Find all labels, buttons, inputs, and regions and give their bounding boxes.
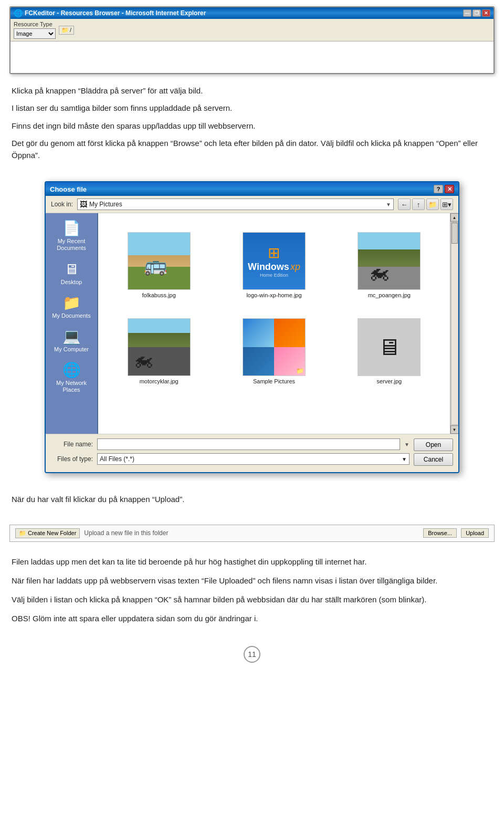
create-folder-label: Create New Folder	[28, 530, 76, 536]
file-thumb-folkabuss	[128, 232, 191, 290]
page-number: 11	[248, 650, 256, 659]
sample-q3	[243, 347, 274, 375]
scrollbar-up-button[interactable]: ▲	[450, 213, 459, 222]
files-of-type-value: All Files (*.*)	[100, 455, 134, 463]
file-name-row: File name: ▼	[51, 438, 410, 450]
my-computer-icon: 💻	[62, 328, 81, 345]
folder-path-button[interactable]: 📁 /	[59, 26, 74, 35]
nav-view-button[interactable]: ⊞▾	[440, 199, 453, 210]
sample-q4	[274, 347, 305, 375]
scrollbar-thumb[interactable]	[452, 223, 458, 244]
intro-text-section: Klicka på knappen “Bläddra på server” fö…	[0, 74, 504, 172]
create-folder-button[interactable]: 📁 Create New Folder	[15, 528, 80, 538]
restore-button[interactable]: ❐	[472, 9, 481, 17]
dialog-action-buttons: Open Cancel	[414, 438, 453, 466]
intro-p4-5: Det gör du genom att först klicka på kna…	[12, 137, 492, 162]
look-in-label: Look in:	[51, 201, 73, 208]
dialog-scrollbar[interactable]: ▲ ▼	[450, 213, 458, 434]
scrollbar-down-button[interactable]: ▼	[450, 425, 459, 434]
bottom-text-section: Filen laddas upp men det kan ta lite tid…	[0, 550, 504, 640]
create-folder-icon: 📁	[19, 530, 26, 537]
dialog-close-button[interactable]: ✕	[445, 185, 454, 193]
page-number-section: 11	[0, 646, 504, 663]
bottom-p3: Välj bilden i listan och klicka på knapp…	[12, 593, 492, 606]
windows-logo-icon: ⊞	[268, 244, 280, 262]
nav-item-desktop-label: Desktop	[61, 279, 82, 286]
browser-titlebar-controls[interactable]: — ❐ ✕	[463, 9, 490, 17]
resource-type-group: Resource Type Image	[14, 21, 56, 39]
dialog-toolbar: Look in: 🖼 My Pictures ▼ ← ↑ 📁 ⊞▾	[46, 196, 458, 213]
file-item-logo-win[interactable]: ⊞ Windows xp Home Edition logo-win-xp-ho…	[217, 217, 330, 301]
scrollbar-track[interactable]	[451, 222, 458, 425]
sample-q1	[243, 319, 274, 347]
nav-item-my-computer[interactable]: 💻 My Computer	[48, 326, 95, 355]
browser-title-left: 🌐 FCKeditor - Resources Browser - Micros…	[14, 9, 206, 17]
after-select-text: När du har valt fil klickar du på knappe…	[12, 493, 492, 505]
file-thumb-mc-poangen	[358, 232, 421, 290]
nav-up-button[interactable]: ↑	[412, 199, 425, 210]
file-item-motorcyklar[interactable]: motorcyklar.jpg	[102, 304, 215, 388]
file-item-folkabuss[interactable]: folkabuss.jpg	[102, 217, 215, 301]
look-in-folder-icon: 🖼	[80, 200, 87, 208]
dialog-help-button[interactable]: ?	[434, 185, 443, 193]
files-of-type-arrow: ▼	[402, 456, 407, 462]
file-item-server[interactable]: 🖥 server.jpg	[333, 304, 446, 388]
file-name-server: server.jpg	[376, 378, 402, 384]
file-item-mc-poangen[interactable]: mc_poangen.jpg	[333, 217, 446, 301]
browser-title-text: FCKeditor - Resources Browser - Microsof…	[25, 9, 206, 17]
page-number-circle: 11	[244, 646, 260, 663]
desktop-icon: 🖥	[64, 260, 79, 278]
file-thumb-motorcyklar	[128, 318, 191, 376]
dialog-titlebar: Choose file ? ✕	[46, 182, 458, 196]
nav-item-my-network[interactable]: 🌐 My NetworkPlaces	[48, 359, 95, 395]
resource-type-select[interactable]: Image	[14, 28, 56, 39]
upload-button[interactable]: Upload	[461, 528, 489, 538]
browse-button[interactable]: Browse...	[423, 528, 457, 538]
file-name-folkabuss: folkabuss.jpg	[142, 292, 176, 298]
nav-item-my-documents[interactable]: 📁 My Documents	[48, 292, 95, 321]
file-thumb-logo-win: ⊞ Windows xp Home Edition	[243, 232, 306, 290]
intro-p3: Finns det ingn bild måste den sparas upp…	[12, 120, 492, 132]
nav-item-desktop[interactable]: 🖥 Desktop	[48, 258, 95, 288]
intro-p1: Klicka på knappen “Bläddra på server” fö…	[12, 85, 492, 97]
my-network-icon: 🌐	[62, 361, 81, 379]
ie-icon: 🌐	[14, 9, 23, 17]
dialog-bottom: File name: ▼ Files of type: All Files (*…	[46, 434, 458, 472]
bottom-p2: När filen har laddats upp på webbservern…	[12, 575, 492, 587]
nav-back-button[interactable]: ←	[398, 199, 411, 210]
after-select-section: När du har valt fil klickar du på knappe…	[0, 483, 504, 516]
nav-new-folder-button[interactable]: 📁	[426, 199, 439, 210]
dialog-cancel-button[interactable]: Cancel	[414, 453, 453, 466]
dialog-file-area: folkabuss.jpg ⊞ Windows xp Home Edition …	[98, 213, 450, 434]
file-name-arrow: ▼	[404, 442, 410, 447]
dialog-main-area: 📄 My RecentDocuments 🖥 Desktop 📁 My Docu…	[46, 213, 458, 434]
file-name-input[interactable]	[97, 438, 400, 450]
folder-icon: 📁	[61, 27, 69, 34]
bottom-p1: Filen laddas upp men det kan ta lite tid…	[12, 556, 492, 568]
files-of-type-select[interactable]: All Files (*.*) ▼	[97, 453, 410, 465]
minimize-button[interactable]: —	[463, 9, 471, 17]
my-documents-icon: 📁	[62, 294, 81, 311]
files-of-type-label: Files of type:	[51, 455, 93, 463]
dialog-open-button[interactable]: Open	[414, 438, 453, 451]
file-thumb-sample-pictures	[243, 318, 306, 376]
nav-item-my-network-label: My NetworkPlaces	[56, 380, 87, 393]
bottom-p4: OBS! Glöm inte att spara eller uppdatera…	[12, 612, 492, 625]
file-item-sample-pictures[interactable]: Sample Pictures	[217, 304, 330, 388]
windows-edition-text: Home Edition	[260, 273, 288, 278]
look-in-select[interactable]: 🖼 My Pictures ▼	[77, 199, 394, 210]
upload-section: 📁 Create New Folder Upload a new file in…	[9, 525, 495, 542]
look-in-arrow-icon: ▼	[386, 202, 391, 207]
resource-type-label: Resource Type	[14, 21, 56, 27]
recent-docs-icon: 📄	[62, 220, 81, 237]
browser-body	[10, 41, 494, 73]
dialog-left-nav: 📄 My RecentDocuments 🖥 Desktop 📁 My Docu…	[46, 213, 98, 434]
files-of-type-row: Files of type: All Files (*.*) ▼	[51, 453, 410, 465]
look-in-value: My Pictures	[89, 201, 386, 208]
close-button[interactable]: ✕	[482, 9, 490, 17]
file-thumb-server: 🖥	[358, 318, 421, 376]
browser-toolbar: Resource Type Image 📁 /	[10, 19, 494, 41]
dialog-titlebar-controls: ? ✕	[434, 185, 454, 193]
nav-item-recent-docs[interactable]: 📄 My RecentDocuments	[48, 217, 95, 254]
windows-text: Windows	[248, 262, 289, 271]
